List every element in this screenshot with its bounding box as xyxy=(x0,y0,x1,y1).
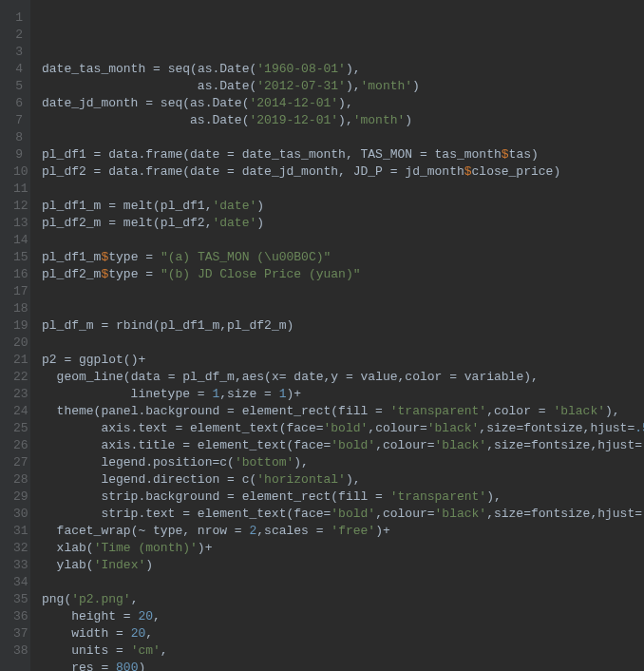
code-token: seq xyxy=(161,62,190,76)
code-token: ylab xyxy=(42,558,86,572)
code-token: '2019-12-01' xyxy=(249,113,338,127)
code-line[interactable] xyxy=(42,574,644,591)
code-line[interactable] xyxy=(42,129,644,146)
code-line[interactable]: width = 20, xyxy=(42,625,644,642)
code-area[interactable]: date_tas_month = seq(as.Date('1960-08-01… xyxy=(30,0,644,671)
code-line[interactable]: legend.direction = c('horizontal'), xyxy=(42,471,644,489)
code-token: data.frame xyxy=(101,164,182,179)
code-line[interactable]: legend.position=c('bottom'), xyxy=(42,454,644,471)
line-number: 26 xyxy=(13,437,23,454)
line-number: 8 xyxy=(13,129,23,146)
code-token: 20 xyxy=(138,609,153,623)
code-token: ), xyxy=(605,404,620,418)
code-line[interactable]: xlab('Time (month)')+ xyxy=(42,540,644,557)
code-line[interactable]: axis.text = element_text(face='bold',col… xyxy=(42,420,644,437)
line-number: 5 xyxy=(13,78,23,95)
code-token: ) xyxy=(412,79,420,93)
code-token: type xyxy=(108,267,145,281)
code-token: = xyxy=(227,147,235,162)
code-line[interactable]: as.Date('2019-12-01'),'month') xyxy=(42,112,644,129)
code-line[interactable] xyxy=(42,283,644,300)
code-token: = xyxy=(420,147,427,162)
code-token: = xyxy=(182,507,190,521)
code-token: ( xyxy=(190,62,198,76)
code-token: 'transparent' xyxy=(390,489,486,504)
code-token: element_text xyxy=(182,421,278,435)
code-line[interactable]: theme(panel.background = element_rect(fi… xyxy=(42,403,644,420)
code-token: = xyxy=(145,96,153,110)
code-line[interactable]: pl_df1_m$type = "(a) TAS_MON (\u00B0C)" xyxy=(42,249,644,266)
code-line[interactable] xyxy=(42,335,644,352)
code-line[interactable]: as.Date('2012-07-31'),'month') xyxy=(42,78,644,95)
code-token: fontsize,hjust xyxy=(531,438,635,452)
line-number: 14 xyxy=(13,232,23,249)
code-token: 'bottom' xyxy=(235,455,294,470)
code-token: 'horizontal' xyxy=(256,472,346,487)
code-token: date xyxy=(190,147,227,162)
code-token: pl_df1_m,pl_df2_m xyxy=(161,318,287,333)
line-number: 20 xyxy=(13,335,23,352)
code-token: melt xyxy=(116,216,153,230)
code-token: = xyxy=(264,387,272,401)
code-line[interactable]: pl_df2_m = melt(pl_df2,'date') xyxy=(42,215,644,232)
code-token: ( xyxy=(182,164,190,179)
code-line[interactable] xyxy=(42,232,644,249)
code-token: ( xyxy=(153,199,161,213)
code-line[interactable]: res = 800) xyxy=(42,660,644,671)
code-line[interactable]: facet_wrap(~ type, nrow = 2,scales = 'fr… xyxy=(42,523,644,540)
code-token: axis.title xyxy=(42,438,182,452)
code-line[interactable]: strip.background = element_rect(fill = '… xyxy=(42,489,644,506)
code-token: rbind xyxy=(108,318,153,333)
code-line[interactable]: pl_df1 = data.frame(date = date_tas_mont… xyxy=(42,146,644,163)
code-line[interactable]: pl_df_m = rbind(pl_df1_m,pl_df2_m) xyxy=(42,317,644,335)
code-line[interactable]: pl_df2_m$type = "(b) JD Close Price (yua… xyxy=(42,266,644,283)
code-token: , xyxy=(153,609,161,623)
code-line[interactable]: p2 = ggplot()+ xyxy=(42,352,644,369)
code-token: seq xyxy=(153,96,182,110)
code-line[interactable]: linetype = 1,size = 1)+ xyxy=(42,386,644,403)
code-token: theme xyxy=(42,404,94,418)
code-token: , xyxy=(161,643,168,658)
code-token: units xyxy=(42,643,116,658)
code-line[interactable]: units = 'cm', xyxy=(42,642,644,660)
code-line[interactable]: date_jd_month = seq(as.Date('2014-12-01'… xyxy=(42,95,644,112)
code-line[interactable]: ylab('Index') xyxy=(42,557,644,574)
code-line[interactable]: png('p2.png', xyxy=(42,591,644,608)
code-token: ) xyxy=(286,318,294,333)
code-token: = xyxy=(375,489,383,504)
code-line[interactable]: axis.title = element_text(face='bold',co… xyxy=(42,437,644,454)
code-line[interactable]: pl_df1_m = melt(pl_df1,'date') xyxy=(42,198,644,215)
code-token: x xyxy=(272,370,279,384)
code-token: fill xyxy=(338,404,375,418)
code-line[interactable]: strip.text = element_text(face='bold',co… xyxy=(42,506,644,523)
code-token: ), xyxy=(338,113,353,127)
code-token: close_price xyxy=(472,164,554,179)
code-token: 'Index' xyxy=(94,558,146,572)
code-token: .5 xyxy=(635,421,644,435)
code-token: ggplot xyxy=(71,353,123,367)
code-token: = xyxy=(227,164,235,179)
code-token: = xyxy=(116,626,123,641)
code-token: 'black' xyxy=(553,404,605,418)
code-token: ( xyxy=(264,370,272,384)
code-token: = xyxy=(227,404,235,418)
code-token: $ xyxy=(502,147,509,162)
code-token: ) xyxy=(145,558,153,572)
code-line[interactable]: pl_df2 = data.frame(date = date_jd_month… xyxy=(42,163,644,181)
code-line[interactable]: date_tas_month = seq(as.Date('1960-08-01… xyxy=(42,61,644,78)
line-number: 25 xyxy=(13,420,23,437)
code-line[interactable]: height = 20, xyxy=(42,608,644,625)
code-token: element_rect xyxy=(235,404,331,418)
code-line[interactable] xyxy=(42,181,644,198)
code-line[interactable] xyxy=(42,300,644,317)
code-token: fontsize,hjust xyxy=(523,421,627,435)
code-token: = xyxy=(390,164,398,179)
code-token: ), xyxy=(346,79,361,93)
code-line[interactable]: geom_line(data = pl_df_m,aes(x= date,y =… xyxy=(42,369,644,386)
code-token: value,color xyxy=(353,370,449,384)
code-token: ,size xyxy=(479,421,516,435)
code-token: = xyxy=(449,370,457,384)
code-token: = xyxy=(635,507,642,521)
code-token: date_tas_month, TAS_MON xyxy=(235,147,420,162)
line-number: 7 xyxy=(13,112,23,129)
